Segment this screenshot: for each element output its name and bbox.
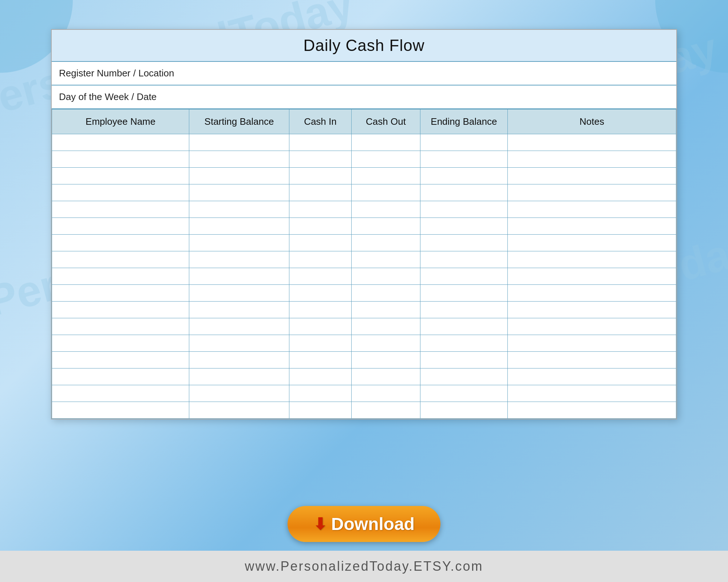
table-cell bbox=[420, 302, 507, 318]
table-cell bbox=[352, 134, 420, 151]
register-label: Register Number / Location bbox=[59, 68, 174, 79]
table-cell bbox=[289, 385, 352, 402]
table-cell bbox=[352, 151, 420, 168]
table-cell bbox=[352, 218, 420, 235]
day-row: Day of the Week / Date bbox=[52, 85, 676, 109]
table-cell bbox=[507, 251, 676, 268]
table-cell bbox=[352, 251, 420, 268]
table-cell bbox=[189, 268, 289, 285]
table-cell bbox=[189, 352, 289, 368]
table-cell bbox=[52, 385, 189, 402]
table-cell bbox=[352, 318, 420, 335]
download-button[interactable]: ⬇ Download bbox=[288, 506, 440, 542]
table-cell bbox=[507, 285, 676, 302]
register-row: Register Number / Location bbox=[52, 62, 676, 85]
table-cell bbox=[507, 218, 676, 235]
table-cell bbox=[52, 318, 189, 335]
table-cell bbox=[189, 302, 289, 318]
table-cell bbox=[52, 168, 189, 184]
table-cell bbox=[420, 218, 507, 235]
table-cell bbox=[507, 402, 676, 419]
table-cell bbox=[507, 184, 676, 201]
table-row bbox=[52, 368, 676, 385]
table-cell bbox=[189, 318, 289, 335]
table-cell bbox=[507, 235, 676, 251]
col-header-notes: Notes bbox=[507, 109, 676, 134]
table-cell bbox=[189, 285, 289, 302]
table-cell bbox=[189, 368, 289, 385]
table-cell bbox=[52, 235, 189, 251]
table-cell bbox=[189, 134, 289, 151]
download-label: Download bbox=[331, 514, 415, 534]
table-row bbox=[52, 335, 676, 352]
table-cell bbox=[52, 402, 189, 419]
table-cell bbox=[420, 402, 507, 419]
table-cell bbox=[420, 318, 507, 335]
table-row bbox=[52, 318, 676, 335]
table-cell bbox=[420, 368, 507, 385]
table-row bbox=[52, 151, 676, 168]
table-cell bbox=[420, 134, 507, 151]
title-row: Daily Cash Flow bbox=[52, 30, 676, 62]
table-cell bbox=[289, 402, 352, 419]
table-cell bbox=[52, 335, 189, 352]
table-cell bbox=[352, 184, 420, 201]
table-cell bbox=[189, 251, 289, 268]
table-row bbox=[52, 302, 676, 318]
col-header-starting: Starting Balance bbox=[189, 109, 289, 134]
table-row bbox=[52, 235, 676, 251]
download-arrow-icon: ⬇ bbox=[313, 515, 327, 533]
table-cell bbox=[352, 268, 420, 285]
table-cell bbox=[420, 285, 507, 302]
table-cell bbox=[289, 335, 352, 352]
table-row bbox=[52, 402, 676, 419]
table-cell bbox=[52, 352, 189, 368]
download-button-wrapper: ⬇ Download bbox=[288, 506, 440, 542]
table-cell bbox=[52, 201, 189, 218]
col-header-ending: Ending Balance bbox=[420, 109, 507, 134]
table-cell bbox=[289, 184, 352, 201]
table-cell bbox=[507, 168, 676, 184]
table-cell bbox=[289, 285, 352, 302]
table-cell bbox=[507, 151, 676, 168]
table-cell bbox=[420, 352, 507, 368]
col-header-employee: Employee Name bbox=[52, 109, 189, 134]
table-cell bbox=[52, 302, 189, 318]
table-cell bbox=[352, 335, 420, 352]
table-cell bbox=[507, 335, 676, 352]
footer-bar: www.PersonalizedToday.ETSY.com bbox=[0, 551, 728, 582]
table-cell bbox=[507, 368, 676, 385]
table-cell bbox=[352, 352, 420, 368]
table-row bbox=[52, 268, 676, 285]
table-cell bbox=[289, 352, 352, 368]
table-cell bbox=[52, 134, 189, 151]
table-cell bbox=[420, 335, 507, 352]
document-title: Daily Cash Flow bbox=[55, 36, 673, 55]
table-cell bbox=[352, 235, 420, 251]
table-cell bbox=[289, 134, 352, 151]
table-cell bbox=[420, 385, 507, 402]
cash-flow-table: Employee Name Starting Balance Cash In C… bbox=[52, 109, 676, 419]
table-cell bbox=[289, 302, 352, 318]
table-cell bbox=[189, 218, 289, 235]
table-cell bbox=[289, 201, 352, 218]
table-cell bbox=[507, 302, 676, 318]
table-cell bbox=[289, 268, 352, 285]
table-cell bbox=[352, 302, 420, 318]
footer-url: www.PersonalizedToday.ETSY.com bbox=[245, 559, 483, 574]
table-cell bbox=[289, 318, 352, 335]
table-cell bbox=[52, 218, 189, 235]
table-cell bbox=[420, 235, 507, 251]
table-cell bbox=[52, 368, 189, 385]
table-cell bbox=[52, 268, 189, 285]
table-cell bbox=[52, 285, 189, 302]
table-cell bbox=[420, 168, 507, 184]
table-cell bbox=[352, 368, 420, 385]
table-cell bbox=[507, 268, 676, 285]
table-row bbox=[52, 201, 676, 218]
table-cell bbox=[420, 201, 507, 218]
table-cell bbox=[352, 168, 420, 184]
table-cell bbox=[507, 385, 676, 402]
table-cell bbox=[507, 352, 676, 368]
table-cell bbox=[289, 368, 352, 385]
